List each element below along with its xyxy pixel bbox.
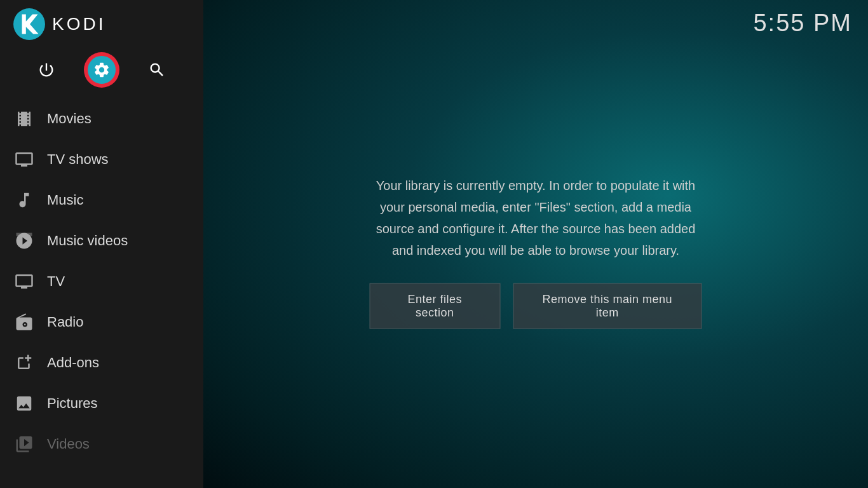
action-buttons-row: Enter files section Remove this main men… — [370, 283, 702, 329]
tv-icon — [13, 270, 36, 293]
sidebar: KODI Movies — [0, 0, 203, 488]
sidebar-item-music-label: Music — [47, 192, 83, 208]
power-icon — [37, 61, 55, 79]
movies-icon — [13, 107, 36, 130]
sidebar-nav: Movies TV shows Music Music videos TV — [0, 98, 203, 488]
app-title: KODI — [52, 14, 105, 34]
power-button[interactable] — [31, 54, 62, 86]
music-videos-icon — [13, 229, 36, 252]
enter-files-button[interactable]: Enter files section — [370, 283, 501, 329]
sidebar-item-music[interactable]: Music — [0, 180, 203, 220]
tv-shows-icon — [13, 148, 36, 171]
sidebar-item-music-videos-label: Music videos — [47, 233, 128, 249]
sidebar-item-tv-shows[interactable]: TV shows — [0, 139, 203, 180]
kodi-logo-icon — [13, 8, 46, 41]
sidebar-item-tv-label: TV — [47, 273, 65, 290]
sidebar-item-add-ons-label: Add-ons — [47, 355, 99, 371]
pictures-icon — [13, 392, 36, 415]
sidebar-item-radio-label: Radio — [47, 314, 83, 330]
sidebar-item-tv[interactable]: TV — [0, 261, 203, 302]
clock-display: 5:55 PM — [753, 10, 852, 37]
radio-icon — [13, 311, 36, 334]
sidebar-header: KODI — [0, 0, 203, 48]
sidebar-item-tv-shows-label: TV shows — [47, 151, 109, 168]
videos-icon — [13, 433, 36, 456]
sidebar-item-pictures[interactable]: Pictures — [0, 383, 203, 424]
main-content: 5:55 PM Your library is currently empty.… — [203, 0, 868, 488]
sidebar-item-movies[interactable]: Movies — [0, 98, 203, 139]
sidebar-item-movies-label: Movies — [47, 111, 92, 127]
search-icon — [148, 61, 166, 79]
sidebar-item-add-ons[interactable]: Add-ons — [0, 342, 203, 383]
add-ons-icon — [13, 351, 36, 374]
library-empty-panel: Your library is currently empty. In orde… — [370, 175, 702, 329]
top-icon-row — [0, 48, 203, 98]
sidebar-item-videos-label: Videos — [47, 436, 90, 452]
settings-button[interactable] — [86, 54, 118, 86]
settings-icon — [93, 61, 111, 79]
search-button[interactable] — [141, 54, 173, 86]
remove-menu-item-button[interactable]: Remove this main menu item — [513, 283, 702, 329]
sidebar-item-pictures-label: Pictures — [47, 395, 97, 412]
sidebar-item-music-videos[interactable]: Music videos — [0, 220, 203, 261]
library-empty-message: Your library is currently empty. In orde… — [370, 175, 702, 261]
sidebar-item-radio[interactable]: Radio — [0, 302, 203, 342]
sidebar-item-videos[interactable]: Videos — [0, 424, 203, 464]
music-icon — [13, 189, 36, 212]
